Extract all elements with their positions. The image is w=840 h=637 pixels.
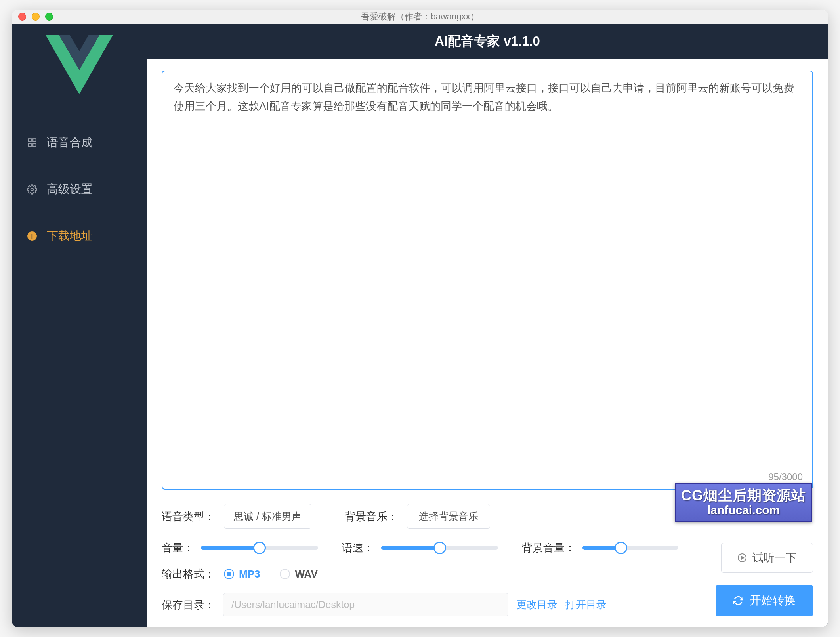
voice-type-label: 语音类型： <box>162 509 215 524</box>
save-dir-label: 保存目录： <box>162 598 215 612</box>
maximize-button[interactable] <box>45 13 53 21</box>
radio-mp3[interactable]: MP3 <box>224 568 260 580</box>
sidebar-item-tts[interactable]: 语音合成 <box>12 128 147 158</box>
svg-point-6 <box>31 188 34 191</box>
voice-type-select[interactable]: 思诚 / 标准男声 <box>224 504 311 529</box>
action-buttons: 试听一下 开始转换 <box>716 543 813 616</box>
change-dir-button[interactable]: 更改目录 <box>516 598 557 612</box>
svg-text:i: i <box>31 233 33 240</box>
vue-logo-icon <box>46 35 113 94</box>
play-icon <box>737 553 747 563</box>
sidebar: 语音合成 高级设置 i 下载地址 <box>12 24 147 627</box>
close-button[interactable] <box>18 13 26 21</box>
watermark: CG烟尘后期资源站 lanfucai.com <box>675 483 812 522</box>
refresh-icon <box>733 595 743 606</box>
tts-textarea[interactable] <box>174 79 801 481</box>
bg-music-select[interactable]: 选择背景音乐 <box>407 504 490 529</box>
gear-icon <box>26 183 38 195</box>
svg-rect-2 <box>28 139 31 142</box>
content: 95/3000 语音类型： 思诚 / 标准男声 背景音乐： 选择背景音乐 音量： <box>147 59 828 627</box>
format-label: 输出格式： <box>162 567 215 581</box>
grid-icon <box>26 137 38 149</box>
minimize-button[interactable] <box>32 13 40 21</box>
sidebar-item-label: 高级设置 <box>47 181 93 197</box>
sidebar-item-label: 语音合成 <box>47 135 93 151</box>
bg-volume-slider[interactable] <box>582 546 678 550</box>
bg-volume-label: 背景音量： <box>522 541 575 555</box>
preview-button[interactable]: 试听一下 <box>721 543 813 573</box>
body: 语音合成 高级设置 i 下载地址 AI配音专家 v1.1.0 95/3000 <box>12 24 828 627</box>
svg-rect-5 <box>33 143 36 147</box>
volume-label: 音量： <box>162 541 194 555</box>
svg-rect-4 <box>28 143 31 147</box>
bg-music-label: 背景音乐： <box>345 509 398 524</box>
convert-button[interactable]: 开始转换 <box>716 585 813 616</box>
window-title: 吾爱破解（作者：bawangxx） <box>12 11 828 23</box>
volume-slider[interactable] <box>201 546 318 550</box>
vue-logo <box>46 35 113 96</box>
main: AI配音专家 v1.1.0 95/3000 语音类型： 思诚 / 标准男声 背景… <box>147 24 828 627</box>
sidebar-item-advanced[interactable]: 高级设置 <box>12 174 147 204</box>
text-editor: 95/3000 <box>162 71 813 490</box>
svg-marker-10 <box>741 556 744 559</box>
speed-slider[interactable] <box>381 546 498 550</box>
svg-rect-3 <box>33 139 36 142</box>
app-window: 吾爱破解（作者：bawangxx） 语音合成 高级设置 <box>12 10 828 627</box>
traffic-lights <box>18 13 53 21</box>
titlebar: 吾爱破解（作者：bawangxx） <box>12 10 828 24</box>
open-dir-button[interactable]: 打开目录 <box>565 598 607 612</box>
sidebar-item-download[interactable]: i 下载地址 <box>12 221 147 251</box>
info-icon: i <box>26 230 38 242</box>
sidebar-item-label: 下载地址 <box>47 228 93 244</box>
page-title: AI配音专家 v1.1.0 <box>147 24 828 59</box>
radio-wav[interactable]: WAV <box>280 568 317 580</box>
char-count: 95/3000 <box>768 471 803 483</box>
save-dir-input[interactable]: /Users/lanfucaimac/Desktop <box>223 593 508 616</box>
speed-label: 语速： <box>342 541 374 555</box>
